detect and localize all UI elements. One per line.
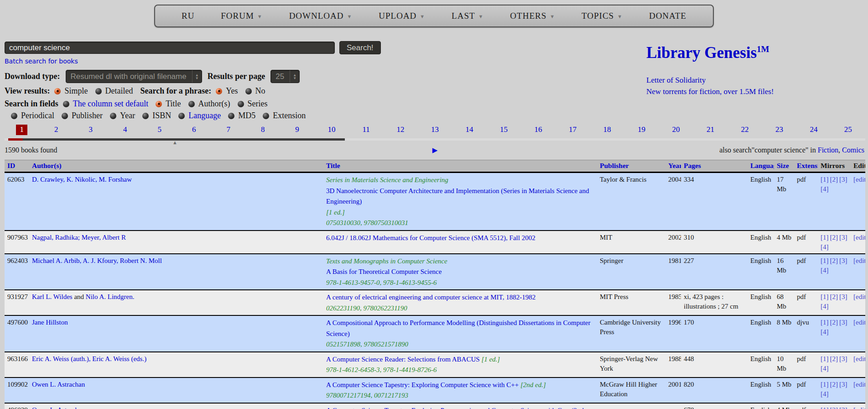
edit-link[interactable]: [edit]: [853, 176, 865, 183]
mirror-link-4[interactable]: [4]: [821, 185, 829, 193]
mirror-link-3[interactable]: [3]: [839, 293, 847, 300]
new-torrents-link[interactable]: New torrents for fiction, over 1.5M file…: [646, 87, 861, 96]
mirror-link-1[interactable]: [1]: [821, 257, 829, 264]
mirror-link-1[interactable]: [1]: [821, 319, 829, 326]
page-3[interactable]: 3: [88, 125, 93, 134]
results-per-page-select[interactable]: 25 ▲▼: [270, 70, 300, 83]
radio-year[interactable]: [110, 113, 116, 119]
radio-detailed[interactable]: [95, 88, 102, 94]
radio-language[interactable]: [178, 113, 185, 119]
col-header-author-s[interactable]: Author(s): [29, 160, 323, 173]
title-link[interactable]: 6.042J / 18.062J Mathematics for Compute…: [326, 234, 535, 241]
col-header-year[interactable]: Year: [665, 160, 681, 173]
title-detail-link[interactable]: 9780071217194, 0071217193: [326, 392, 408, 399]
title-detail-link[interactable]: [1 ed.]: [481, 356, 500, 363]
page-25[interactable]: 25: [844, 125, 852, 134]
menu-item-donate[interactable]: DONATE: [649, 11, 686, 21]
page-2[interactable]: 2: [54, 125, 58, 134]
title-link[interactable]: A Basis for Theoretical Computer Science: [326, 268, 442, 275]
title-detail-link[interactable]: Texts and Monographs in Computer Science: [326, 257, 447, 265]
menu-item-download[interactable]: DOWNLOAD▼: [289, 11, 353, 21]
edit-link[interactable]: [edit]: [853, 406, 865, 409]
mirror-link-2[interactable]: [2]: [830, 406, 838, 409]
next-page-arrow[interactable]: ▶: [432, 146, 438, 154]
menu-item-forum[interactable]: FORUM▼: [221, 11, 262, 21]
letter-of-solidarity-link[interactable]: Letter of Solidarity: [646, 76, 861, 85]
mirror-link-1[interactable]: [1]: [821, 234, 829, 241]
page-14[interactable]: 14: [466, 125, 473, 134]
download-type-select[interactable]: Resumed dl with original filename ▲▼: [66, 70, 202, 83]
radio-simple[interactable]: [54, 88, 61, 94]
page-24[interactable]: 24: [810, 125, 817, 134]
page-17[interactable]: 17: [569, 125, 577, 134]
mirror-link-4[interactable]: [4]: [821, 365, 829, 372]
mirror-link-2[interactable]: [2]: [830, 257, 838, 264]
author-link[interactable]: Jane Hillston: [32, 319, 68, 326]
page-19[interactable]: 19: [638, 125, 645, 134]
page-23[interactable]: 23: [775, 125, 783, 134]
col-header-title[interactable]: Title: [323, 160, 597, 173]
fiction-link[interactable]: Fiction: [818, 146, 838, 154]
mirror-link-2[interactable]: [2]: [830, 319, 838, 326]
page-9[interactable]: 9: [295, 125, 299, 134]
mirror-link-2[interactable]: [2]: [830, 381, 838, 388]
col-header-size[interactable]: Size: [774, 160, 794, 173]
mirror-link-3[interactable]: [3]: [839, 406, 847, 409]
mirror-link-3[interactable]: [3]: [839, 257, 847, 264]
col-header-pages[interactable]: Pages: [681, 160, 748, 173]
edit-link[interactable]: [edit]: [853, 293, 865, 300]
page-5[interactable]: 5: [157, 125, 161, 134]
radio-no[interactable]: [245, 88, 252, 94]
author-link[interactable]: Nagpal, Radhika; Meyer, Albert R: [32, 234, 126, 241]
menu-item-ru[interactable]: RU: [182, 11, 194, 21]
edit-link[interactable]: [edit]: [853, 381, 865, 388]
radio-yes[interactable]: [216, 88, 222, 94]
mirror-link-4[interactable]: [4]: [821, 267, 829, 274]
page-16[interactable]: 16: [535, 125, 542, 134]
radio-label-the-column-set-default[interactable]: The column set default: [73, 99, 148, 109]
radio-label-language[interactable]: Language: [188, 111, 221, 121]
mirror-link-1[interactable]: [1]: [821, 355, 829, 362]
title-link[interactable]: A Computer Science Tapestry: Exploring C…: [326, 381, 520, 388]
page-1[interactable]: 1: [16, 125, 27, 135]
search-input[interactable]: [5, 42, 335, 54]
search-button[interactable]: Search!: [339, 41, 381, 54]
author-link[interactable]: Eric A. Weiss (auth.), Eric A. Weiss (ed…: [32, 355, 146, 362]
radio-the-column-set-default[interactable]: [63, 101, 69, 107]
edit-link[interactable]: [edit]: [853, 319, 865, 326]
mirror-link-2[interactable]: [2]: [830, 176, 838, 183]
page-13[interactable]: 13: [431, 125, 439, 134]
page-7[interactable]: 7: [226, 125, 230, 134]
page-8[interactable]: 8: [261, 125, 265, 134]
comics-link[interactable]: Comics: [842, 146, 864, 154]
title-detail-link[interactable]: 978-1-4612-6458-3, 978-1-4419-8726-6: [326, 366, 437, 373]
mirror-link-4[interactable]: [4]: [821, 243, 829, 251]
mirror-link-2[interactable]: [2]: [830, 355, 838, 362]
author-link[interactable]: Nilo A. Lindgren.: [86, 293, 135, 300]
page-21[interactable]: 21: [707, 125, 714, 134]
col-header-id[interactable]: ID: [5, 160, 29, 173]
col-header-extension[interactable]: Extension: [794, 160, 818, 173]
title-detail-link[interactable]: [1 ed.]: [326, 209, 345, 216]
batch-search-link[interactable]: Batch search for books: [5, 58, 78, 65]
title-link[interactable]: A Computer Science Reader: Selections fr…: [326, 356, 481, 363]
mirror-link-3[interactable]: [3]: [839, 355, 847, 362]
mirror-link-3[interactable]: [3]: [839, 234, 847, 241]
radio-title[interactable]: [156, 101, 162, 107]
edit-link[interactable]: [edit]: [853, 355, 865, 362]
title-link[interactable]: 3D Nanoelectronic Computer Architecture …: [326, 187, 589, 205]
col-header-publisher[interactable]: Publisher: [597, 160, 665, 173]
radio-series[interactable]: [238, 101, 244, 107]
radio-publisher[interactable]: [62, 113, 68, 119]
author-link[interactable]: Karl L. Wildes: [32, 293, 73, 300]
page-10[interactable]: 10: [328, 125, 336, 134]
col-header-language[interactable]: Language: [748, 160, 774, 173]
radio-periodical[interactable]: [11, 113, 17, 119]
title-link[interactable]: A Computer Science Tapestry: Exploring P…: [326, 407, 584, 409]
page-slider[interactable]: ▲: [5, 138, 865, 141]
mirror-link-4[interactable]: [4]: [821, 328, 829, 336]
mirror-link-4[interactable]: [4]: [821, 303, 829, 310]
edit-link[interactable]: [edit]: [853, 257, 865, 264]
menu-item-last[interactable]: LAST▼: [452, 11, 483, 21]
mirror-link-1[interactable]: [1]: [821, 176, 829, 183]
